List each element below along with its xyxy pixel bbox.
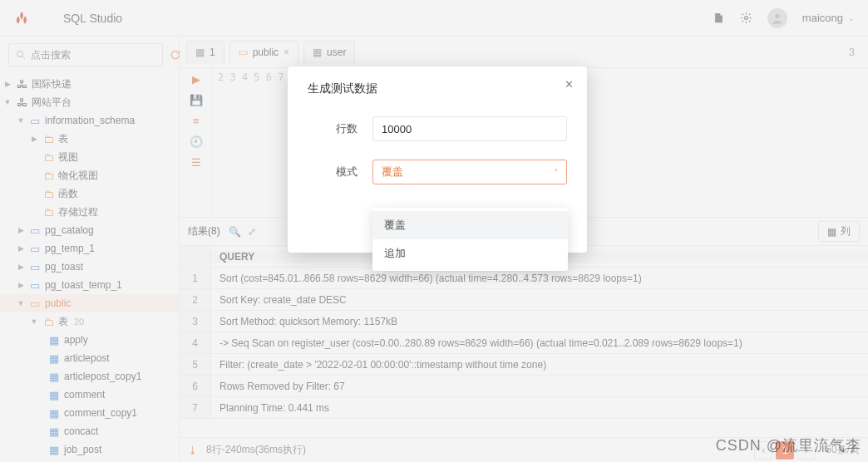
- rows-label: 行数: [308, 121, 358, 136]
- dropdown-option[interactable]: 追加: [372, 239, 568, 268]
- modal-title: 生成测试数据: [308, 81, 567, 96]
- mode-select[interactable]: 覆盖 ˄: [372, 160, 567, 184]
- dropdown-option[interactable]: 覆盖: [372, 211, 568, 239]
- mode-value: 覆盖: [382, 165, 403, 179]
- mode-label: 模式: [308, 165, 358, 179]
- generate-data-modal: ✕ 生成测试数据 行数 模式 覆盖 ˄ 覆盖 追加 确定: [288, 66, 587, 253]
- close-icon[interactable]: ✕: [565, 78, 574, 91]
- mode-dropdown: 覆盖 追加: [372, 208, 568, 271]
- rows-input[interactable]: [372, 116, 567, 141]
- chevron-up-icon: ˄: [554, 168, 558, 177]
